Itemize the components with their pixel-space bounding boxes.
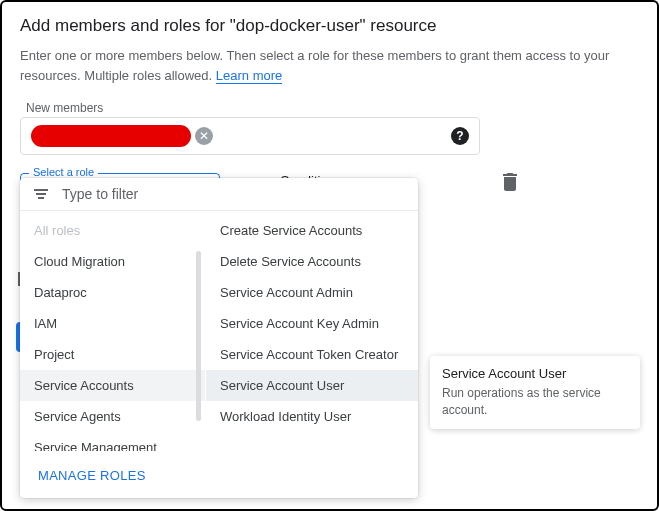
new-members-input[interactable]: ✕ ? <box>20 117 480 155</box>
category-item[interactable]: IAM <box>20 308 205 339</box>
role-item[interactable]: Workload Identity User <box>206 401 418 432</box>
manage-roles-button[interactable]: MANAGE ROLES <box>38 468 146 483</box>
filter-bar[interactable]: Type to filter <box>20 178 418 211</box>
role-picker-panel: Type to filter All rolesCloud MigrationD… <box>20 178 418 498</box>
chip-remove-icon[interactable]: ✕ <box>195 127 213 145</box>
category-item[interactable]: Cloud Migration <box>20 246 205 277</box>
tooltip-body: Run operations as the service account. <box>442 385 628 419</box>
dialog-title: Add members and roles for "dop-docker-us… <box>20 16 639 36</box>
category-item[interactable]: All roles <box>20 215 205 246</box>
role-item[interactable]: Delete Service Accounts <box>206 246 418 277</box>
role-item[interactable]: Service Account User <box>206 370 418 401</box>
role-list: Create Service AccountsDelete Service Ac… <box>206 211 418 451</box>
role-item[interactable]: Create Service Accounts <box>206 215 418 246</box>
trash-icon[interactable] <box>503 173 519 195</box>
category-list: All rolesCloud MigrationDataprocIAMProje… <box>20 211 206 451</box>
select-role-label: Select a role <box>29 166 98 178</box>
learn-more-link[interactable]: Learn more <box>216 68 282 84</box>
member-chip-redacted <box>31 125 191 147</box>
subtitle-text: Enter one or more members below. Then se… <box>20 48 609 83</box>
category-item[interactable]: Service Agents <box>20 401 205 432</box>
dialog-subtitle: Enter one or more members below. Then se… <box>20 46 639 85</box>
category-item[interactable]: Service Management <box>20 432 205 451</box>
role-item[interactable]: Service Account Token Creator <box>206 339 418 370</box>
role-item[interactable]: Service Account Admin <box>206 277 418 308</box>
role-tooltip: Service Account User Run operations as t… <box>430 356 640 429</box>
tooltip-title: Service Account User <box>442 366 628 381</box>
filter-icon <box>32 189 50 199</box>
category-item[interactable]: Dataproc <box>20 277 205 308</box>
role-item[interactable]: Service Account Key Admin <box>206 308 418 339</box>
help-icon[interactable]: ? <box>451 127 469 145</box>
filter-placeholder: Type to filter <box>62 186 138 202</box>
category-item[interactable]: Service Accounts <box>20 370 205 401</box>
new-members-label: New members <box>26 101 639 115</box>
category-item[interactable]: Project <box>20 339 205 370</box>
